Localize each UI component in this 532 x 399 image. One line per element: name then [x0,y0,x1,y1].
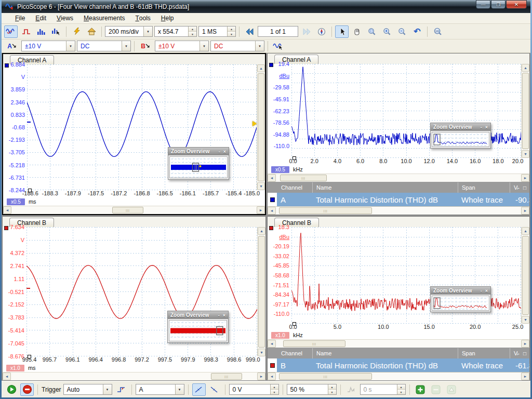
scroll-thumb[interactable]: ||| [112,207,143,214]
chevron-down-icon[interactable]: ▼ [200,41,208,51]
zoom-overview-mini-plot[interactable] [170,157,227,178]
vertical-scrollbar[interactable]: ▲▼ [521,227,529,324]
measurement-row[interactable]: ATotal Harmonic Distortion (THD) dBWhole… [268,193,529,206]
scroll-track[interactable]: ||| [11,206,257,214]
scroll-track[interactable]: ||| [11,373,257,380]
chevron-down-icon[interactable]: ▼ [103,384,112,394]
vertical-scrollbar[interactable]: ▲▼ [521,64,529,158]
home-button[interactable] [85,25,98,38]
channel-a-options-button[interactable]: A [4,40,20,52]
zoom-overview-mini-plot[interactable] [432,296,489,310]
scroll-thumb[interactable]: ||| [279,373,372,380]
scroll-up-icon[interactable]: ▲ [522,227,529,235]
column-header-valu[interactable]: Valu [510,348,518,358]
scroll-track[interactable]: ||| [276,174,521,182]
maximize-button[interactable]: ❐ [491,0,506,9]
pre-trigger-spinner[interactable]: 50 % ▲▼ [287,384,337,395]
zoom-out-tool[interactable] [395,25,409,38]
stop-capture-button[interactable] [20,383,34,396]
trigger-level-spinner[interactable]: 0 V ▲▼ [229,384,279,395]
add-measurement-button[interactable] [414,383,427,396]
scroll-left-icon[interactable]: ◄ [268,174,276,182]
timebase-select[interactable]: 200 ms/div ▼ [105,26,153,37]
axis-origin-handle[interactable] [292,156,296,160]
channel-b-options-button[interactable]: B [138,40,153,52]
scroll-left-icon[interactable]: ◄ [268,340,276,348]
vertical-scrollbar[interactable]: ▲▼ [257,227,265,356]
chevron-down-icon[interactable]: ▼ [66,41,75,51]
scroll-up-icon[interactable]: ▲ [522,64,529,72]
panel-restore-icon[interactable]: □ [523,185,526,191]
popup-close-icon[interactable]: × [485,288,488,294]
scroll-left-icon[interactable]: ◄ [268,373,276,380]
hand-tool[interactable] [350,25,364,38]
normal-selection-tool[interactable] [335,25,349,38]
scroll-down-icon[interactable]: ▼ [522,150,529,158]
delete-measurement-button[interactable] [429,383,443,396]
scroll-down-icon[interactable]: ▼ [522,316,529,324]
scroll-thumb[interactable]: ||| [280,175,327,181]
post-trigger-delay-button[interactable] [344,383,358,396]
scroll-right-icon[interactable]: ► [521,174,529,182]
zoom-in-tool[interactable] [380,25,394,38]
scroll-track[interactable] [257,72,265,182]
chevron-down-icon[interactable]: ▼ [175,384,184,394]
scroll-right-icon[interactable]: ► [257,206,265,214]
scroll-right-icon[interactable]: ► [521,373,529,380]
popup-minimize-icon[interactable]: - [219,149,220,154]
menu-item-help[interactable]: Help [156,13,179,23]
trigger-source-select[interactable]: A ▼ [136,384,184,395]
zoom-overview-a-spectrum[interactable]: Zoom Overview-× [430,123,491,149]
persistence-view-button[interactable] [19,25,33,38]
zoom-full-button[interactable]: 100 [431,25,444,38]
panel-minimize-icon[interactable]: - [518,351,520,356]
zoom-overview-mini-plot[interactable] [432,132,489,147]
trigger-delay-spinner[interactable]: 0 s ▲▼ [360,384,406,395]
popup-minimize-icon[interactable]: - [218,313,220,318]
scroll-right-icon[interactable]: ► [257,373,265,380]
axis-origin-handle[interactable] [292,322,296,326]
edge-setup-button[interactable] [114,383,128,396]
scroll-left-icon[interactable]: ◄ [3,373,11,380]
channel-b-range-select[interactable]: ±10 V ▼ [155,41,209,51]
edit-measurement-button[interactable] [445,383,458,396]
popup-close-icon[interactable]: × [223,149,226,154]
horizontal-scrollbar[interactable]: ◄|||► [268,174,529,182]
scope-view-button[interactable] [4,25,18,38]
horizontal-scrollbar[interactable]: ◄|||► [3,372,265,380]
horizontal-scrollbar[interactable]: ◄|||► [268,339,529,348]
popup-close-icon[interactable]: × [485,125,488,130]
column-header-span[interactable]: Span [458,348,510,358]
measurements-scrollbar[interactable]: ◄|||► [268,372,529,380]
popup-minimize-icon[interactable]: - [481,288,482,294]
scroll-up-icon[interactable]: ▲ [257,64,265,72]
popup-minimize-icon[interactable]: - [481,125,482,130]
undo-zoom-button[interactable]: ↶ [410,25,424,38]
zoom-overview-a-scope[interactable]: Zoom Overview-× [168,147,229,180]
chevron-down-icon[interactable]: ▼ [255,41,264,51]
trigger-mode-select[interactable]: Auto ▼ [63,384,112,395]
samples-spinner[interactable]: 1 MS ▲▼ [198,26,236,37]
scroll-thumb[interactable] [258,236,265,348]
chevron-down-icon[interactable]: ▼ [143,26,152,36]
measurement-row[interactable]: BTotal Harmonic Distortion (THD) dBWhole… [268,358,529,372]
menu-item-edit[interactable]: Edit [30,13,51,23]
spinner-buttons[interactable]: ▲▼ [270,384,278,394]
zoom-factor-spinner[interactable]: x 554.7 ▲▼ [154,26,197,37]
scroll-track[interactable] [522,72,529,150]
scroll-down-icon[interactable]: ▼ [258,349,265,356]
rising-edge-button[interactable] [192,383,206,396]
scroll-track[interactable]: ||| [276,340,521,348]
column-header-channel[interactable]: Channel [268,182,312,193]
channel-b-coupling-select[interactable]: DC ▼ [210,41,264,51]
popup-close-icon[interactable]: × [223,313,225,318]
scroll-track[interactable] [258,235,265,349]
auto-setup-button[interactable] [70,25,83,38]
view-properties-button[interactable] [49,25,63,38]
column-header-name[interactable]: Name [312,348,458,358]
scroll-thumb[interactable] [522,236,529,315]
menu-item-views[interactable]: Views [51,13,78,23]
spinner-buttons[interactable]: ▲▼ [227,26,235,36]
column-header-name[interactable]: Name [312,182,458,193]
title-bar[interactable]: PicoScope 6 - [Four View channel A and B… [2,0,530,13]
